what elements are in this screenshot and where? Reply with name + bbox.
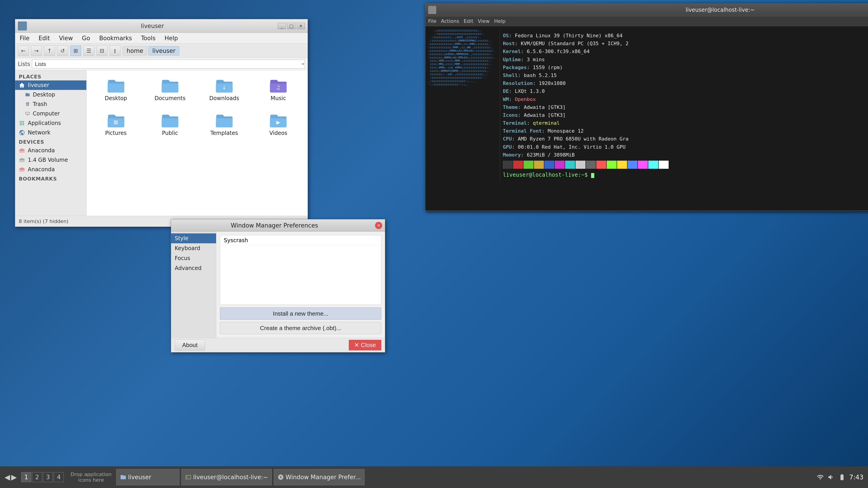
menu-view[interactable]: View bbox=[57, 34, 75, 42]
file-item-templates[interactable]: Templates bbox=[199, 109, 249, 140]
dialog-title-close-button[interactable]: ✕ bbox=[375, 222, 382, 229]
view-list-button[interactable]: ☰ bbox=[84, 46, 94, 56]
file-item-videos[interactable]: ▶ Videos bbox=[254, 109, 303, 140]
sidebar-label-network: Network bbox=[28, 129, 51, 136]
dialog-body: Style Keyboard Focus Advanced Syscrash I… bbox=[171, 232, 385, 338]
sidebar-item-liveuser[interactable]: liveuser bbox=[15, 80, 86, 90]
folder-icon-videos: ▶ bbox=[269, 113, 287, 128]
folder-icon bbox=[25, 92, 30, 97]
file-manager-toolbar: ← → ↑ ↺ ⊞ ☰ ⊟ ⫿ home liveuser bbox=[15, 43, 308, 58]
view-columns-button[interactable]: ⫿ bbox=[110, 46, 121, 56]
install-theme-button[interactable]: Install a new theme... bbox=[220, 307, 381, 320]
workspace-4[interactable]: 4 bbox=[54, 472, 64, 482]
back-button[interactable]: ← bbox=[18, 46, 29, 56]
prompt-text: liveuser@localhost-live:~$ bbox=[503, 172, 591, 178]
menu-file[interactable]: File bbox=[18, 34, 31, 42]
dialog-footer: About ✕ Close bbox=[171, 338, 385, 352]
forward-button[interactable]: → bbox=[31, 46, 42, 56]
dialog-titlebar: Window Manager Preferences ✕ bbox=[171, 219, 385, 232]
file-manager-pane: Places liveuser Desktop Trash bbox=[15, 70, 308, 216]
sidebar-item-volume[interactable]: 1.4 GB Volume bbox=[15, 155, 86, 165]
file-manager-menubar: File Edit View Go Bookmarks Tools Help bbox=[15, 33, 308, 43]
file-item-public[interactable]: Public bbox=[145, 109, 195, 140]
file-item-documents[interactable]: Documents bbox=[145, 75, 195, 105]
sidebar-label-liveuser: liveuser bbox=[28, 82, 49, 88]
dialog-sidebar-advanced[interactable]: Advanced bbox=[171, 263, 216, 273]
sidebar-item-applications[interactable]: Applications bbox=[15, 119, 86, 128]
view-compact-button[interactable]: ⊟ bbox=[96, 46, 107, 56]
theme-list-area[interactable]: Syscrash bbox=[220, 235, 381, 305]
file-item-pictures[interactable]: 🖼 Pictures bbox=[91, 109, 141, 140]
theme-manager-dialog: Window Manager Preferences ✕ Style Keybo… bbox=[171, 219, 385, 352]
file-manager-window: liveuser _ □ ✕ File Edit View Go Bookmar… bbox=[15, 19, 308, 227]
menu-help[interactable]: Help bbox=[163, 34, 180, 42]
file-item-downloads[interactable]: ↓ Downloads bbox=[199, 75, 249, 105]
svg-text:↓: ↓ bbox=[222, 85, 226, 90]
dialog-sidebar-focus[interactable]: Focus bbox=[171, 253, 216, 263]
sidebar-item-computer[interactable]: Computer bbox=[15, 109, 86, 119]
taskbar-window-terminal[interactable]: liveuser@localhost-live:~ bbox=[181, 469, 272, 485]
breadcrumb-liveuser[interactable]: liveuser bbox=[149, 46, 180, 55]
menu-bookmarks[interactable]: Bookmarks bbox=[97, 34, 134, 42]
arrow-left-icon[interactable]: ◀ bbox=[4, 473, 10, 482]
color-palette bbox=[503, 161, 701, 169]
dialog-sidebar-keyboard[interactable]: Keyboard bbox=[171, 243, 216, 253]
menu-edit[interactable]: Edit bbox=[37, 34, 52, 42]
maximize-button[interactable]: □ bbox=[287, 23, 296, 29]
taskbar-window-label-terminal: liveuser@localhost-live:~ bbox=[193, 474, 268, 481]
file-item-music[interactable]: ♫ Music bbox=[254, 75, 303, 105]
terminal-pane: .;ccccccccccccccccccccccc;. .:cccccccccc… bbox=[426, 26, 868, 210]
up-button[interactable]: ↑ bbox=[44, 46, 55, 56]
settings-taskbar-icon bbox=[278, 474, 284, 480]
terminal-menu-edit[interactable]: Edit bbox=[464, 18, 473, 24]
sidebar-label-desktop: Desktop bbox=[33, 92, 55, 98]
menu-tools[interactable]: Tools bbox=[139, 34, 157, 42]
drop-area: Drop application icons here bbox=[70, 471, 112, 483]
minimize-button[interactable]: _ bbox=[278, 23, 286, 29]
file-item-desktop[interactable]: Desktop bbox=[91, 75, 141, 105]
workspace-3[interactable]: 3 bbox=[43, 472, 53, 482]
sidebar-item-anaconda-2[interactable]: Anaconda bbox=[15, 165, 86, 174]
menu-go[interactable]: Go bbox=[80, 34, 92, 42]
drive-icon-2 bbox=[19, 166, 25, 173]
network-icon bbox=[19, 129, 25, 136]
terminal-content[interactable]: .;ccccccccccccccccccccccc;. .:cccccccccc… bbox=[426, 26, 868, 210]
create-archive-button[interactable]: Create a theme archive (.obt)... bbox=[220, 322, 381, 334]
close-button[interactable]: ✕ Close bbox=[349, 340, 381, 350]
drive-icon-1 bbox=[19, 147, 25, 154]
sidebar-label-volume: 1.4 GB Volume bbox=[28, 157, 68, 163]
folder-icon-pictures: 🖼 bbox=[107, 113, 125, 128]
dialog-sidebar-style[interactable]: Style bbox=[171, 233, 216, 243]
theme-item-syscrash[interactable]: Syscrash bbox=[220, 235, 381, 246]
terminal-window: liveuser@localhost-live:~ _ □ ✕ File Act… bbox=[425, 3, 868, 211]
about-button[interactable]: About bbox=[175, 339, 205, 351]
taskbar-window-wm-prefs[interactable]: Window Manager Prefer... bbox=[274, 469, 365, 485]
folder-icon-desktop bbox=[107, 78, 125, 93]
terminal-menu-view[interactable]: View bbox=[478, 18, 490, 24]
breadcrumb-home[interactable]: home bbox=[123, 46, 147, 55]
taskbar-window-label-liveuser: liveuser bbox=[128, 474, 151, 481]
sidebar-item-network[interactable]: Network bbox=[15, 128, 86, 137]
close-button[interactable]: ✕ bbox=[297, 23, 305, 29]
location-bar: home liveuser bbox=[123, 46, 305, 55]
terminal-menu-actions[interactable]: Actions bbox=[441, 18, 459, 24]
sidebar-item-anaconda-1[interactable]: Anaconda bbox=[15, 146, 86, 155]
terminal-menu-file[interactable]: File bbox=[428, 18, 436, 24]
view-icons-button[interactable]: ⊞ bbox=[70, 46, 81, 56]
terminal-cursor bbox=[591, 173, 594, 178]
sidebar-item-trash[interactable]: Trash bbox=[15, 99, 86, 109]
file-manager-icon bbox=[18, 22, 27, 31]
sidebar-item-desktop[interactable]: Desktop bbox=[15, 90, 86, 99]
reload-button[interactable]: ↺ bbox=[57, 46, 68, 56]
arrow-right-icon[interactable]: ▶ bbox=[11, 473, 17, 482]
taskbar-window-liveuser[interactable]: liveuser bbox=[116, 469, 180, 485]
dialog-button-row: Install a new theme... Create a theme ar… bbox=[220, 307, 381, 334]
sidebar-section-places: Places bbox=[15, 72, 86, 80]
lists-select[interactable]: Lists bbox=[32, 60, 305, 68]
workspace-2[interactable]: 2 bbox=[32, 472, 42, 482]
terminal-menu-help[interactable]: Help bbox=[494, 18, 505, 24]
sidebar-label-applications: Applications bbox=[28, 120, 61, 126]
sidebar-label-anaconda-2: Anaconda bbox=[28, 166, 55, 173]
terminal-title: liveuser@localhost-live:~ bbox=[439, 7, 868, 13]
workspace-1[interactable]: 1 bbox=[21, 472, 31, 482]
